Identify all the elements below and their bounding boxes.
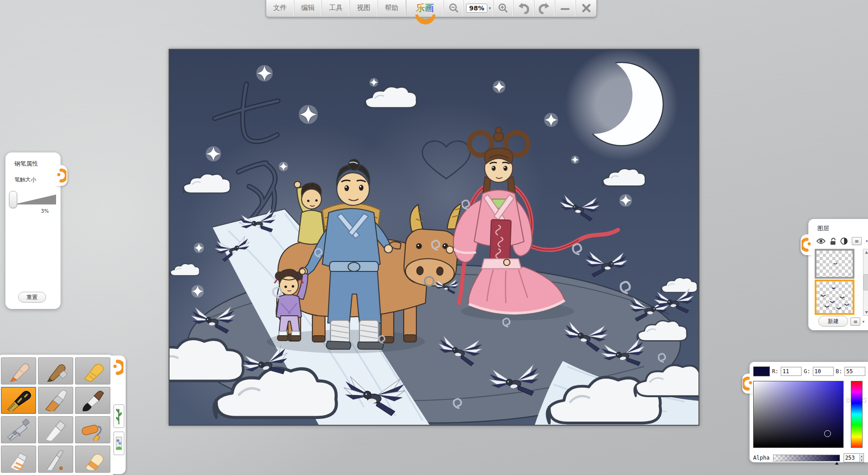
alpha-value-box: ▲ ▼ xyxy=(844,453,864,462)
tool-paint-roller[interactable] xyxy=(75,416,110,443)
paint-roller-icon xyxy=(78,419,107,441)
tool-airbrush[interactable] xyxy=(1,416,36,443)
alpha-slider[interactable] xyxy=(773,455,840,461)
tool-colored-pencil[interactable] xyxy=(1,357,36,385)
saturation-value-square[interactable] xyxy=(753,381,844,448)
tool-paint-tube[interactable] xyxy=(1,446,36,473)
logo-smile-icon xyxy=(415,14,435,24)
layer-options-button[interactable]: ≡ xyxy=(850,318,860,326)
menu-help[interactable]: 帮助 xyxy=(378,0,406,17)
menu-help-label: 帮助 xyxy=(385,4,398,12)
blend-icon[interactable] xyxy=(840,238,848,245)
color-selector-ring[interactable] xyxy=(824,430,831,437)
tool-liner-pen[interactable] xyxy=(38,446,73,473)
tool-fountain-pen[interactable] xyxy=(1,387,36,414)
liner-pen-icon xyxy=(41,448,70,470)
tool-crayon[interactable] xyxy=(75,357,110,385)
color-drag-handle[interactable] xyxy=(742,374,753,394)
alpha-input[interactable] xyxy=(844,455,859,461)
eye-icon[interactable] xyxy=(816,238,826,244)
close-button[interactable] xyxy=(576,0,596,17)
spinner-down-icon[interactable]: ▼ xyxy=(860,458,863,462)
layer-menu-button[interactable]: ≡ xyxy=(852,237,862,245)
brush-size-slider[interactable]: 3% xyxy=(9,191,57,211)
close-icon xyxy=(581,3,591,13)
r-input[interactable] xyxy=(781,367,802,376)
alpha-marker-icon[interactable] xyxy=(835,462,839,465)
chevron-down-icon[interactable]: ▾ xyxy=(862,319,864,324)
zoom-out-button[interactable] xyxy=(444,0,464,17)
canvas-artwork xyxy=(170,50,698,425)
top-toolbar: 文件 编辑 工具 视图 帮助 乐画 98% ▾ xyxy=(266,0,597,17)
fountain-pen-icon xyxy=(4,390,33,411)
hue-arrow-right-icon[interactable] xyxy=(862,398,865,403)
palette-drag-handle[interactable] xyxy=(113,358,123,378)
hue-slider[interactable] xyxy=(847,381,865,447)
tool-ink-brush[interactable] xyxy=(75,387,110,414)
palette-knife-icon xyxy=(41,419,70,441)
layers-panel: 图层 ≡ ▾ xyxy=(808,219,868,330)
menu-file[interactable]: 文件 xyxy=(266,0,294,17)
b-label: B: xyxy=(836,368,842,375)
palette-side-tab xyxy=(111,356,126,474)
minimize-button[interactable] xyxy=(555,0,576,17)
tool-grid xyxy=(1,357,112,473)
panel-drag-handle[interactable] xyxy=(56,165,67,186)
handle-icon xyxy=(743,376,753,391)
tool-eraser[interactable] xyxy=(75,446,110,473)
b-input[interactable] xyxy=(844,367,865,376)
scroll-down-icon[interactable]: ▼ xyxy=(865,310,868,314)
tool-charcoal-pencil[interactable] xyxy=(38,357,73,385)
menu-edit[interactable]: 编辑 xyxy=(294,0,322,17)
menu-tools[interactable]: 工具 xyxy=(322,0,350,17)
image-preset-icon xyxy=(116,434,122,452)
brush-preset-image-button[interactable] xyxy=(113,432,124,455)
handle-icon xyxy=(57,168,66,183)
unlock-icon[interactable] xyxy=(830,238,836,245)
tool-flat-brush[interactable] xyxy=(38,387,73,414)
brush-size-value: 3% xyxy=(41,208,49,214)
airbrush-icon xyxy=(4,419,33,441)
new-layer-button[interactable]: 新建 xyxy=(818,316,848,327)
layers-panel-title: 图层 xyxy=(817,224,868,233)
g-input[interactable] xyxy=(813,367,834,376)
color-picker-main xyxy=(753,381,865,448)
new-layer-label: 新建 xyxy=(828,318,839,325)
spinner-up-icon[interactable]: ▲ xyxy=(860,454,863,458)
alpha-spinner: ▲ ▼ xyxy=(859,454,863,462)
scroll-thumb[interactable] xyxy=(863,274,868,290)
layer-options: ≡ ▾ xyxy=(850,318,864,326)
app-root: 文件 编辑 工具 视图 帮助 乐画 98% ▾ xyxy=(0,0,868,475)
scroll-up-icon[interactable]: ▲ xyxy=(865,250,868,254)
brush-size-label: 笔触大小 xyxy=(14,176,61,184)
slider-thumb[interactable] xyxy=(9,191,17,208)
layer-top-content xyxy=(816,251,853,277)
hue-arrow-left-icon[interactable] xyxy=(847,398,850,403)
alpha-row: Alpha ▲ ▼ xyxy=(753,453,865,462)
ink-brush-icon xyxy=(78,390,107,411)
layer-scrollbar[interactable]: ▲ ▼ xyxy=(863,249,868,316)
chevron-down-icon[interactable]: ▾ xyxy=(866,239,868,243)
app-logo[interactable]: 乐画 xyxy=(406,0,444,17)
slider-track[interactable] xyxy=(14,195,56,204)
g-label: G: xyxy=(804,368,810,375)
layer-item-top[interactable] xyxy=(815,249,854,279)
handle-icon xyxy=(802,238,811,252)
zoom-level-dropdown[interactable]: 98% ▾ xyxy=(464,0,494,17)
layer-item-active[interactable] xyxy=(815,280,854,315)
layer-active-content xyxy=(816,281,853,313)
redo-icon xyxy=(538,2,551,14)
tool-palette-knife[interactable] xyxy=(38,416,73,443)
minimize-icon xyxy=(560,3,570,13)
undo-button[interactable] xyxy=(514,0,534,17)
paint-tube-icon xyxy=(4,448,33,470)
layers-drag-handle[interactable] xyxy=(801,234,812,255)
drawing-canvas[interactable] xyxy=(169,49,699,426)
brush-preset-plant-button[interactable] xyxy=(113,404,124,428)
flat-brush-icon xyxy=(41,390,70,411)
redo-button[interactable] xyxy=(534,0,555,17)
hue-gradient-bar[interactable] xyxy=(851,381,863,448)
menu-view[interactable]: 视图 xyxy=(350,0,378,17)
reset-button[interactable]: 重置 xyxy=(18,292,46,303)
zoom-in-button[interactable] xyxy=(494,0,514,17)
